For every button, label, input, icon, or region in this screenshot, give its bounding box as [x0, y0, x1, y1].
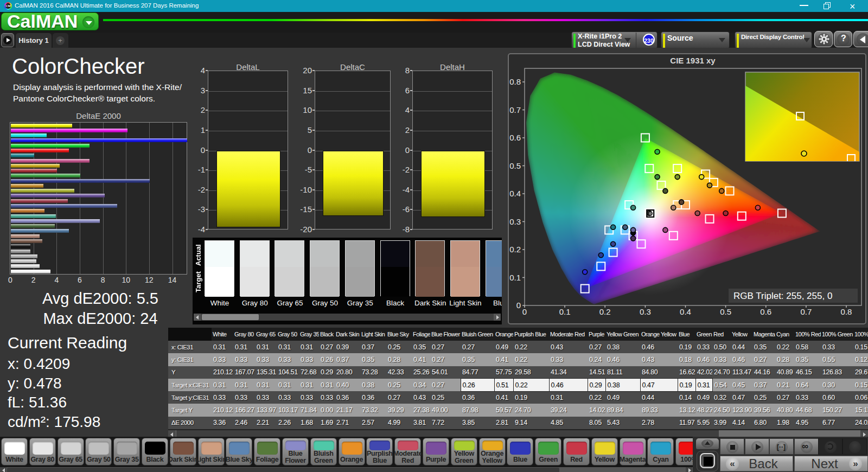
- svg-text:0.8: 0.8: [841, 307, 852, 316]
- svg-text:RGB Triplet: 255, 255, 0: RGB Triplet: 255, 255, 0: [733, 291, 832, 301]
- svg-text:0: 0: [516, 301, 521, 310]
- svg-text:0: 0: [522, 307, 527, 316]
- svg-text:0.2: 0.2: [599, 307, 611, 316]
- svg-text:CIE 1931 xy: CIE 1931 xy: [670, 56, 716, 65]
- svg-text:0.4: 0.4: [509, 189, 521, 198]
- svg-text:0.7: 0.7: [509, 105, 521, 114]
- svg-text:0.3: 0.3: [640, 307, 651, 316]
- svg-text:0.2: 0.2: [509, 245, 521, 254]
- svg-text:0.6: 0.6: [760, 307, 771, 316]
- svg-text:0.1: 0.1: [509, 273, 521, 282]
- svg-text:0.1: 0.1: [559, 307, 571, 316]
- svg-text:0.4: 0.4: [680, 307, 691, 316]
- svg-text:0.7: 0.7: [800, 307, 812, 316]
- svg-text:0.5: 0.5: [720, 307, 731, 316]
- svg-text:0.6: 0.6: [509, 133, 521, 142]
- svg-text:0.5: 0.5: [509, 161, 521, 170]
- svg-text:0.8: 0.8: [509, 77, 521, 86]
- svg-text:0.3: 0.3: [509, 217, 521, 226]
